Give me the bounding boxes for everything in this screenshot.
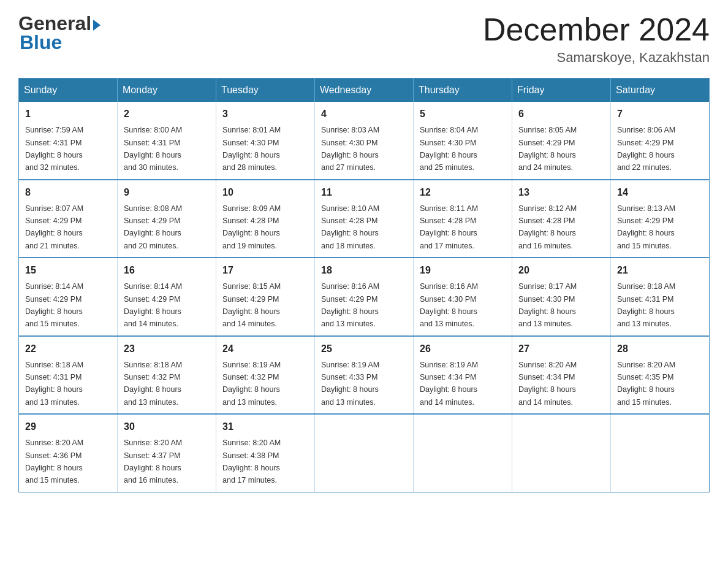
table-row: 7 Sunrise: 8:06 AMSunset: 4:29 PMDayligh… [611,102,710,180]
table-row: 25 Sunrise: 8:19 AMSunset: 4:33 PMDaylig… [315,336,414,415]
table-row: 16 Sunrise: 8:14 AMSunset: 4:29 PMDaylig… [118,258,216,336]
day-number: 18 [321,263,407,278]
day-number: 26 [420,342,506,356]
day-info: Sunrise: 8:19 AMSunset: 4:33 PMDaylight:… [321,361,379,407]
day-number: 5 [420,107,506,121]
day-info: Sunrise: 8:04 AMSunset: 4:30 PMDaylight:… [420,126,478,172]
day-number: 16 [124,263,210,278]
col-friday: Friday [512,79,611,102]
day-number: 13 [518,185,604,200]
table-row: 21 Sunrise: 8:18 AMSunset: 4:31 PMDaylig… [611,258,710,336]
logo: General Blue [18,12,100,54]
day-info: Sunrise: 8:20 AMSunset: 4:35 PMDaylight:… [617,361,675,407]
day-number: 9 [124,185,210,200]
day-number: 15 [25,263,111,278]
table-row [611,414,710,492]
day-info: Sunrise: 8:16 AMSunset: 4:30 PMDaylight:… [420,282,478,328]
day-number: 1 [25,107,111,121]
table-row: 14 Sunrise: 8:13 AMSunset: 4:29 PMDaylig… [611,180,710,258]
table-row: 4 Sunrise: 8:03 AMSunset: 4:30 PMDayligh… [315,102,414,180]
calendar-week-row: 8 Sunrise: 8:07 AMSunset: 4:29 PMDayligh… [19,180,710,258]
table-row: 11 Sunrise: 8:10 AMSunset: 4:28 PMDaylig… [315,180,414,258]
day-info: Sunrise: 8:20 AMSunset: 4:38 PMDaylight:… [222,439,281,484]
calendar-header-row: Sunday Monday Tuesday Wednesday Thursday… [19,79,710,102]
table-row: 26 Sunrise: 8:19 AMSunset: 4:34 PMDaylig… [414,336,512,415]
day-number: 6 [518,107,604,121]
table-row: 2 Sunrise: 8:00 AMSunset: 4:31 PMDayligh… [118,102,216,180]
day-info: Sunrise: 8:14 AMSunset: 4:29 PMDaylight:… [25,282,83,328]
month-title: December 2024 [483,12,710,47]
day-info: Sunrise: 8:10 AMSunset: 4:28 PMDaylight:… [321,204,379,250]
page-header: General Blue December 2024 Samarskoye, K… [18,12,710,66]
day-info: Sunrise: 8:14 AMSunset: 4:29 PMDaylight:… [124,282,182,328]
table-row: 8 Sunrise: 8:07 AMSunset: 4:29 PMDayligh… [19,180,118,258]
day-number: 12 [420,185,506,200]
day-info: Sunrise: 8:03 AMSunset: 4:30 PMDaylight:… [321,126,379,172]
table-row: 22 Sunrise: 8:18 AMSunset: 4:31 PMDaylig… [19,336,118,415]
day-number: 30 [124,419,210,434]
table-row: 29 Sunrise: 8:20 AMSunset: 4:36 PMDaylig… [19,414,118,492]
day-info: Sunrise: 8:15 AMSunset: 4:29 PMDaylight:… [222,282,281,328]
day-number: 19 [420,263,506,278]
day-number: 20 [518,263,604,278]
table-row: 30 Sunrise: 8:20 AMSunset: 4:37 PMDaylig… [118,414,216,492]
day-number: 27 [518,342,604,356]
calendar-week-row: 1 Sunrise: 7:59 AMSunset: 4:31 PMDayligh… [19,102,710,180]
day-number: 14 [617,185,703,200]
col-wednesday: Wednesday [315,79,414,102]
day-number: 2 [124,107,210,121]
logo-arrow-icon [93,20,100,31]
day-info: Sunrise: 8:13 AMSunset: 4:29 PMDaylight:… [617,204,675,250]
day-number: 25 [321,342,407,356]
table-row: 24 Sunrise: 8:19 AMSunset: 4:32 PMDaylig… [216,336,315,415]
table-row: 3 Sunrise: 8:01 AMSunset: 4:30 PMDayligh… [216,102,315,180]
table-row: 13 Sunrise: 8:12 AMSunset: 4:28 PMDaylig… [512,180,611,258]
table-row: 18 Sunrise: 8:16 AMSunset: 4:29 PMDaylig… [315,258,414,336]
day-info: Sunrise: 8:20 AMSunset: 4:36 PMDaylight:… [25,439,83,484]
table-row: 17 Sunrise: 8:15 AMSunset: 4:29 PMDaylig… [216,258,315,336]
day-info: Sunrise: 8:12 AMSunset: 4:28 PMDaylight:… [518,204,577,250]
day-number: 23 [124,342,210,356]
day-info: Sunrise: 8:19 AMSunset: 4:32 PMDaylight:… [222,361,281,407]
table-row [315,414,414,492]
table-row: 1 Sunrise: 7:59 AMSunset: 4:31 PMDayligh… [19,102,118,180]
day-info: Sunrise: 8:20 AMSunset: 4:34 PMDaylight:… [518,361,577,407]
day-info: Sunrise: 8:06 AMSunset: 4:29 PMDaylight:… [617,126,675,172]
day-number: 31 [222,419,308,434]
day-number: 17 [222,263,308,278]
day-number: 28 [617,342,703,356]
day-info: Sunrise: 8:18 AMSunset: 4:31 PMDaylight:… [25,361,83,407]
day-info: Sunrise: 8:01 AMSunset: 4:30 PMDaylight:… [222,126,281,172]
day-info: Sunrise: 8:07 AMSunset: 4:29 PMDaylight:… [25,204,83,250]
day-info: Sunrise: 8:05 AMSunset: 4:29 PMDaylight:… [518,126,577,172]
table-row: 23 Sunrise: 8:18 AMSunset: 4:32 PMDaylig… [118,336,216,415]
day-number: 11 [321,185,407,200]
table-row: 6 Sunrise: 8:05 AMSunset: 4:29 PMDayligh… [512,102,611,180]
table-row: 28 Sunrise: 8:20 AMSunset: 4:35 PMDaylig… [611,336,710,415]
day-info: Sunrise: 8:16 AMSunset: 4:29 PMDaylight:… [321,282,379,328]
table-row: 27 Sunrise: 8:20 AMSunset: 4:34 PMDaylig… [512,336,611,415]
calendar-table: Sunday Monday Tuesday Wednesday Thursday… [18,78,710,492]
col-tuesday: Tuesday [216,79,315,102]
location: Samarskoye, Kazakhstan [483,50,710,66]
title-section: December 2024 Samarskoye, Kazakhstan [483,12,710,66]
day-info: Sunrise: 8:19 AMSunset: 4:34 PMDaylight:… [420,361,478,407]
day-info: Sunrise: 8:09 AMSunset: 4:28 PMDaylight:… [222,204,281,250]
table-row [512,414,611,492]
day-number: 7 [617,107,703,121]
day-info: Sunrise: 8:17 AMSunset: 4:30 PMDaylight:… [518,282,577,328]
table-row: 10 Sunrise: 8:09 AMSunset: 4:28 PMDaylig… [216,180,315,258]
day-number: 8 [25,185,111,200]
day-number: 10 [222,185,308,200]
table-row [414,414,512,492]
day-number: 4 [321,107,407,121]
logo-blue-text: Blue [20,31,62,54]
table-row: 20 Sunrise: 8:17 AMSunset: 4:30 PMDaylig… [512,258,611,336]
day-number: 22 [25,342,111,356]
col-thursday: Thursday [414,79,512,102]
day-info: Sunrise: 8:18 AMSunset: 4:32 PMDaylight:… [124,361,182,407]
day-info: Sunrise: 8:08 AMSunset: 4:29 PMDaylight:… [124,204,182,250]
col-monday: Monday [118,79,216,102]
day-number: 29 [25,419,111,434]
day-info: Sunrise: 8:00 AMSunset: 4:31 PMDaylight:… [124,126,182,172]
